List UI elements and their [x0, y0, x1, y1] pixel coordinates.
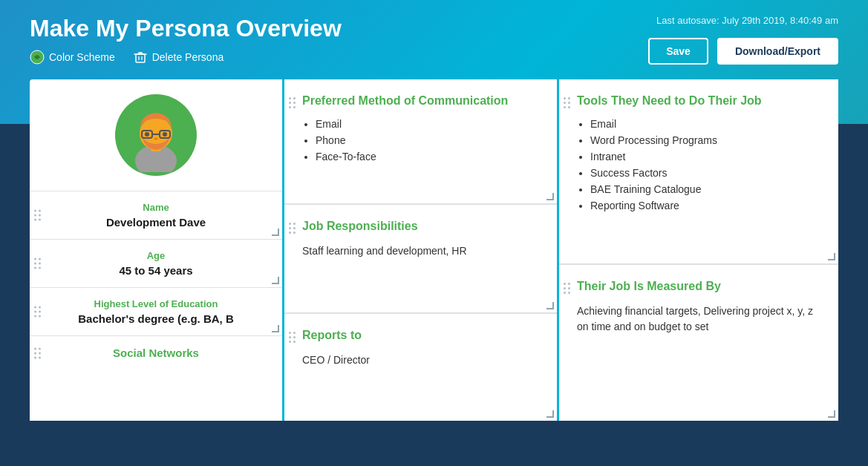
- save-button[interactable]: Save: [648, 38, 708, 65]
- education-value: Bachelor's degree (e.g. BA, B: [48, 312, 264, 325]
- communication-list: Email Phone Face-To-face: [302, 118, 539, 163]
- measured-by-title: Their Job Is Measured By: [577, 280, 820, 293]
- svg-point-13: [163, 132, 167, 137]
- resize-handle-name[interactable]: [272, 229, 279, 236]
- tools-card: Tools They Need to Do Their Job Email Wo…: [559, 79, 838, 264]
- resize-handle-measured[interactable]: [828, 410, 835, 418]
- trash-icon: [133, 50, 148, 65]
- measured-by-card: Their Job Is Measured By Achieving finan…: [559, 264, 838, 421]
- age-value: 45 to 54 years: [48, 264, 264, 277]
- name-label: Name: [48, 202, 264, 213]
- list-item: Word Processing Programs: [590, 134, 820, 146]
- svg-rect-6: [141, 148, 171, 172]
- tools-title: Tools They Need to Do Their Job: [577, 94, 820, 108]
- measured-by-text: Achieving financial targets, Delivering …: [577, 303, 820, 335]
- header-left: Make My Persona Overview Color Scheme: [30, 15, 648, 65]
- list-item: Phone: [316, 134, 539, 146]
- list-item: Face-To-face: [316, 151, 539, 163]
- resize-handle-communication[interactable]: [546, 193, 554, 200]
- job-responsibilities-title: Job Responsibilities: [302, 220, 539, 233]
- resize-handle-education[interactable]: [272, 325, 279, 332]
- drag-handle-age[interactable]: [34, 258, 41, 269]
- resize-handle-age[interactable]: [272, 277, 279, 284]
- avatar: [115, 94, 197, 176]
- right-panel: Tools They Need to Do Their Job Email Wo…: [557, 79, 838, 421]
- age-section: Age 45 to 54 years: [30, 240, 282, 288]
- svg-point-14: [154, 138, 158, 140]
- list-item: BAE Training Catalogue: [590, 183, 820, 195]
- drag-handle-social[interactable]: [34, 347, 41, 358]
- job-responsibilities-text: Staff learning and development, HR: [302, 243, 539, 259]
- reports-to-text: CEO / Director: [302, 352, 539, 368]
- job-responsibilities-card: Job Responsibilities Staff learning and …: [284, 204, 557, 312]
- tools-list: Email Word Processing Programs Intranet …: [577, 118, 820, 211]
- delete-persona-label: Delete Persona: [152, 51, 224, 63]
- drag-handle-measured[interactable]: [564, 283, 570, 294]
- communication-title: Preferred Method of Communication: [302, 94, 539, 108]
- content-area: Name Development Dave Age 45 to 54 years…: [0, 79, 868, 421]
- drag-handle-job[interactable]: [289, 223, 296, 234]
- education-section: Highest Level of Education Bachelor's de…: [30, 288, 282, 336]
- middle-panel: Preferred Method of Communication Email …: [282, 79, 557, 421]
- reports-to-title: Reports to: [302, 329, 539, 342]
- resize-handle-job[interactable]: [546, 302, 554, 309]
- header-right: Last autosave: July 29th 2019, 8:40:49 a…: [648, 15, 838, 65]
- page-title: Make My Persona Overview: [30, 15, 648, 42]
- svg-rect-1: [136, 54, 145, 62]
- color-scheme-link[interactable]: Color Scheme: [30, 50, 115, 65]
- left-panel: Name Development Dave Age 45 to 54 years…: [30, 79, 282, 421]
- list-item: Email: [316, 118, 539, 130]
- delete-persona-link[interactable]: Delete Persona: [133, 50, 224, 65]
- drag-handle-communication[interactable]: [289, 97, 296, 108]
- name-section: Name Development Dave: [30, 191, 282, 240]
- resize-handle-reports[interactable]: [546, 410, 554, 418]
- drag-handle-name[interactable]: [34, 210, 41, 221]
- list-item: Intranet: [590, 151, 820, 163]
- drag-handle-reports[interactable]: [289, 332, 296, 343]
- color-scheme-label: Color Scheme: [49, 51, 115, 63]
- social-networks-section: Social Networks: [30, 336, 282, 370]
- resize-handle-tools[interactable]: [828, 253, 835, 260]
- autosave-text: Last autosave: July 29th 2019, 8:40:49 a…: [656, 15, 838, 26]
- name-value: Development Dave: [48, 216, 264, 229]
- age-label: Age: [48, 250, 264, 261]
- social-networks-label: Social Networks: [48, 347, 264, 359]
- list-item: Success Factors: [590, 167, 820, 179]
- communication-card: Preferred Method of Communication Email …: [284, 79, 557, 204]
- list-item: Email: [590, 118, 820, 130]
- svg-point-12: [145, 132, 149, 137]
- color-scheme-icon: [30, 50, 45, 65]
- download-export-button[interactable]: Download/Export: [717, 38, 838, 65]
- drag-handle-tools[interactable]: [564, 97, 570, 108]
- drag-handle-education[interactable]: [34, 306, 41, 318]
- list-item: Reporting Software: [590, 200, 820, 211]
- reports-to-card: Reports to CEO / Director: [284, 313, 557, 421]
- education-label: Highest Level of Education: [48, 298, 264, 309]
